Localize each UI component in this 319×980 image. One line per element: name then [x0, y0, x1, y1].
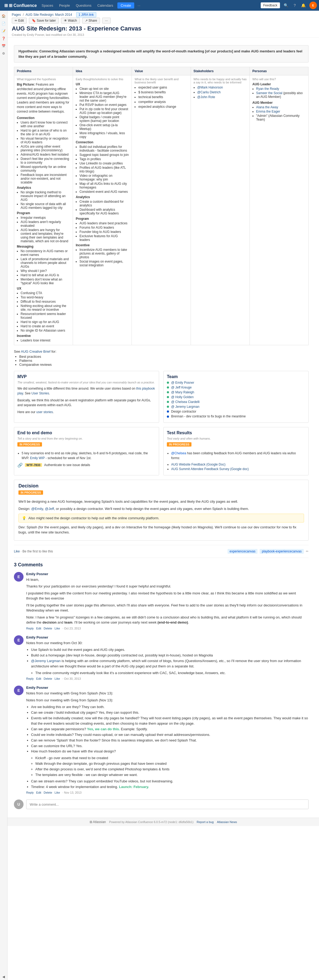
sidebar-blog-icon[interactable]: 📝 — [0, 28, 7, 34]
decision-body4: Dev: Splash (for the event pages, and li… — [19, 525, 304, 535]
tag-playbook[interactable]: playbook-experiencecanvas — [260, 549, 304, 554]
list-item: Leaders lose interest — [21, 339, 70, 342]
nav-spaces[interactable]: Spaces — [39, 2, 56, 8]
edit-tags-icon[interactable]: ✏ — [306, 549, 309, 553]
idea-cell: Early thoughts/solutions to solve this U… — [73, 75, 132, 345]
content-body: Hypothesis: Connecting Atlassian users t… — [8, 38, 315, 818]
endtoend-title: End to end demo — [17, 431, 156, 435]
page-meta: Created by Emily Posner, last modified o… — [12, 33, 315, 37]
comment-input[interactable] — [26, 800, 309, 809]
list-item: Too word-heavy — [21, 296, 70, 299]
persona-link[interactable]: Sameer the Social — [256, 91, 282, 95]
emily-link[interactable]: Emily WIP — [30, 456, 44, 460]
tag-experiencecanvas[interactable]: experiencecanvas — [227, 549, 258, 554]
delete-link[interactable]: Delete — [44, 791, 52, 794]
feedback-button[interactable]: Feedback — [261, 2, 280, 8]
emily-mention[interactable]: @Emily — [31, 507, 43, 511]
member-link[interactable]: @ Chelsea Ciardelli — [171, 400, 200, 404]
list-item: Incentivize AUG members to take pictures… — [79, 248, 129, 259]
atlassian-news-link[interactable]: Atlassian News — [217, 820, 237, 824]
list-item: Forums for AUG leaders — [79, 226, 129, 229]
breadcrumb-parent[interactable]: AUG Site Redesign: March 2014 — [25, 13, 72, 17]
stakeholder-link[interactable]: @Mark Halvorson — [197, 86, 223, 89]
main-grid: Problems Idea Value Stakeholders Persona… — [14, 67, 309, 345]
user-avatar[interactable]: E — [309, 2, 317, 9]
jeremy-mention[interactable]: @Jeremy Largman — [31, 659, 61, 663]
team-member: @ Mary Raleigh — [167, 390, 305, 394]
list-item: Ryan the Ready — [256, 87, 306, 91]
comment-list: Use Splash to build out the event pages … — [26, 647, 309, 676]
list-item: Can we customize the URL? Yes. — [31, 743, 309, 749]
report-bug-link[interactable]: Report a bug — [197, 820, 214, 824]
nav-people[interactable]: People — [56, 2, 73, 8]
list-item: Admins/AUG leaders feel isolated — [21, 153, 70, 156]
sidebar-home-icon[interactable]: 🏠 — [0, 13, 7, 19]
like-link[interactable]: Like — [54, 791, 60, 794]
edit-link[interactable]: Edit — [36, 677, 41, 680]
stakeholder-link[interactable]: @Carilu Dietrich — [197, 91, 221, 94]
list-item: Tags in profiles — [79, 157, 129, 161]
list-item: How much freedom do we have with the vis… — [31, 749, 309, 778]
watch-button[interactable]: 👁 Watch — [61, 18, 80, 24]
stakeholder-link[interactable]: @John Rote — [197, 95, 215, 99]
like-link[interactable]: Like — [14, 549, 20, 553]
like-link[interactable]: Like — [54, 627, 60, 630]
reply-link[interactable]: Reply — [26, 677, 34, 680]
delete-link[interactable]: Delete — [44, 677, 52, 680]
notifications-icon[interactable]: 🔔 — [300, 2, 307, 8]
breadcrumb-pages[interactable]: Pages — [12, 13, 21, 17]
jira-link[interactable]: 1 JIRA link — [76, 12, 96, 18]
feedback-doc-link[interactable]: AUG Website Feedback (Google Doc) — [171, 463, 225, 466]
list-item: Walk through the design template, go thr… — [35, 761, 309, 767]
reply-link[interactable]: Reply — [26, 627, 34, 630]
endtoend-list: 5 key scenarios end to end as role play,… — [17, 451, 156, 460]
member-link[interactable]: @ Emily Posner — [171, 381, 194, 385]
problems-ux-list: Confusing CTA Too word-heavy Difficult t… — [17, 291, 70, 332]
comments-title: 3 Comments — [14, 562, 309, 568]
delete-link[interactable]: Delete — [44, 627, 52, 630]
member-link[interactable]: @ Jeff Kreuge — [171, 386, 192, 389]
nav-right: Feedback 🔍 ? 🔔 E — [261, 2, 317, 9]
sidebar-calendar-icon[interactable]: 📅 — [0, 43, 7, 49]
edit-link[interactable]: Edit — [36, 627, 41, 630]
page-actions: ✏ Edit 🔖 Save for later 👁 Watch ↗ Share … — [12, 18, 315, 24]
sidebar-space-icon[interactable]: ⚙ — [0, 50, 7, 57]
persona-link[interactable]: Emma the Eager — [256, 110, 280, 113]
more-actions-button[interactable]: ··· — [102, 18, 111, 24]
persona-link[interactable]: Ryan the Ready — [256, 87, 279, 91]
creative-brief-link[interactable]: AUG Creative Brief — [21, 350, 51, 353]
edit-link[interactable]: Edit — [36, 791, 41, 794]
list-item: After the design process is over, we'd s… — [35, 767, 309, 772]
edit-button[interactable]: ✏ Edit — [12, 18, 27, 24]
search-icon[interactable]: 🔍 — [282, 2, 290, 8]
comment-para: Notes from our meeting from Oct 30: — [26, 640, 309, 646]
create-button[interactable]: Create — [117, 2, 134, 8]
member-link[interactable]: @ Holly Golden — [171, 395, 194, 399]
nav-calendars[interactable]: Calendars — [95, 2, 116, 8]
sidebar-collapse-icon[interactable]: ◀ — [0, 974, 7, 980]
share-button[interactable]: ↗ Share — [82, 18, 100, 24]
sidebar-pages-icon[interactable]: 📄 — [0, 20, 7, 27]
our-stories-link[interactable]: user stories — [37, 410, 53, 414]
save-later-button[interactable]: 🔖 Save for later — [29, 18, 59, 24]
confluence-logo[interactable]: ⊞ ⊞ Confluence — [2, 3, 39, 8]
member-link[interactable]: @ Mary Raleigh — [171, 390, 194, 394]
sidebar-questions-icon[interactable]: ❓ — [0, 35, 7, 42]
list-item: Sameer the Social (possibly also an AUG … — [256, 91, 306, 99]
creative-brief: See AUG Creative Brief for: Best practic… — [14, 350, 309, 367]
value-cell: What is the likely user benefit and busi… — [132, 75, 190, 345]
user-stories-link[interactable]: User Stories — [31, 391, 49, 395]
survey-link[interactable]: AUG Summit Attendee Feedback Survey (Goo… — [171, 467, 249, 471]
nav-questions[interactable]: Questions — [73, 2, 94, 8]
help-icon[interactable]: ? — [292, 2, 297, 8]
launch-link[interactable]: Launch: February. — [119, 785, 149, 789]
decision-title: Decision — [19, 483, 304, 489]
logo-text: ⊞ Confluence — [9, 3, 37, 8]
jeff-mention[interactable]: @Jeff — [45, 507, 54, 511]
reply-link[interactable]: Reply — [26, 791, 34, 794]
member-link[interactable]: @ Jeremy Largman — [171, 405, 200, 409]
like-link[interactable]: Like — [54, 677, 60, 680]
list-item: No visual hierarchy or recognition of AU… — [21, 137, 70, 144]
persona-link[interactable]: Alana the Away — [256, 105, 278, 109]
more-button[interactable]: ··· — [135, 2, 143, 8]
